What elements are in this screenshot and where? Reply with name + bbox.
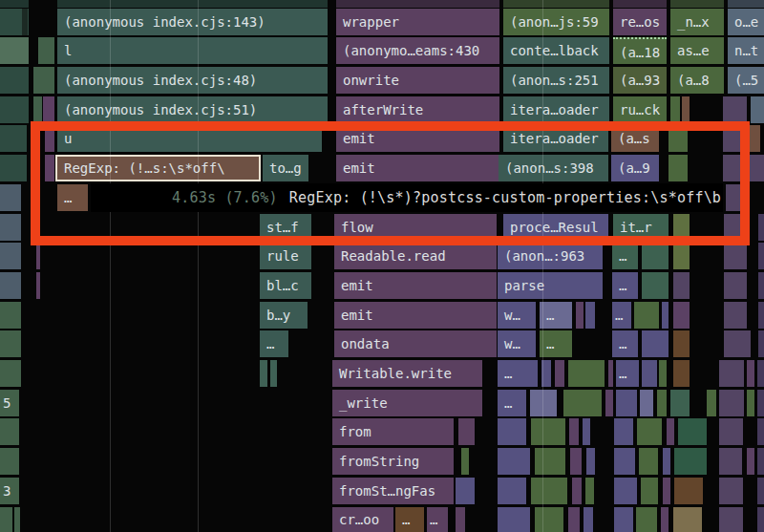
frame-strip[interactable]	[605, 390, 613, 416]
frame-block-selected[interactable]: RegExp: (!…s:\s*off\	[55, 155, 261, 181]
frame-strip[interactable]	[14, 507, 20, 532]
frame-block[interactable]: itera…oader	[503, 96, 609, 123]
frame-strip[interactable]	[670, 390, 690, 416]
frame-strip[interactable]	[673, 243, 690, 269]
frame-block[interactable]: parse	[498, 272, 603, 299]
frame-strip[interactable]	[616, 390, 637, 416]
frame-block[interactable]: …	[395, 507, 424, 532]
frame-strip[interactable]	[498, 478, 526, 504]
frame-strip[interactable]	[568, 507, 580, 532]
frame-strip[interactable]	[749, 155, 764, 181]
frame-strip[interactable]	[614, 478, 637, 504]
frame-strip[interactable]	[0, 243, 21, 269]
frame-block[interactable]: cr…oo	[332, 507, 393, 532]
frame-strip[interactable]	[36, 272, 40, 299]
frame-block[interactable]: …	[612, 302, 631, 329]
frame-block[interactable]: (a…93	[613, 67, 667, 94]
frame-strip[interactable]	[719, 418, 743, 445]
frame-block[interactable]: …	[616, 360, 639, 387]
frame-strip[interactable]	[585, 302, 595, 329]
frame-strip[interactable]	[0, 214, 21, 241]
frame-block[interactable]: u	[57, 125, 322, 152]
frame-strip[interactable]	[659, 360, 667, 387]
frame-strip[interactable]	[569, 418, 579, 445]
frame-strip[interactable]	[670, 0, 724, 8]
frame-strip[interactable]	[456, 478, 475, 504]
frame-strip[interactable]	[570, 448, 582, 475]
frame-block[interactable]: …	[540, 330, 572, 357]
frame-strip[interactable]	[572, 478, 582, 504]
frame-strip[interactable]	[751, 96, 764, 123]
frame-strip[interactable]	[719, 390, 744, 416]
frame-strip[interactable]	[458, 418, 475, 445]
frame-strip[interactable]	[0, 96, 29, 123]
frame-strip[interactable]	[586, 448, 595, 475]
frame-block[interactable]: it…r	[613, 214, 668, 241]
frame-strip[interactable]	[673, 302, 690, 329]
frame-block[interactable]: (…5	[728, 67, 764, 94]
frame-block[interactable]: …	[612, 243, 638, 269]
frame-strip[interactable]	[747, 360, 754, 387]
frame-strip[interactable]	[43, 96, 54, 123]
frame-strip[interactable]	[758, 243, 764, 269]
frame-block[interactable]: w…	[498, 302, 536, 329]
frame-strip[interactable]	[584, 507, 593, 532]
frame-strip[interactable]	[0, 448, 19, 475]
frame-block[interactable]: proce…Resul	[503, 214, 608, 241]
frame-strip[interactable]	[719, 478, 743, 504]
frame-strip[interactable]	[757, 478, 764, 504]
frame-block[interactable]: …	[260, 330, 288, 357]
frame-block[interactable]: emit	[336, 155, 499, 181]
frame-block[interactable]: 5	[0, 390, 19, 416]
frame-block[interactable]: (anonymous index.cjs:143)	[57, 9, 328, 35]
frame-block[interactable]: to…g	[263, 155, 308, 181]
frame-strip[interactable]	[0, 418, 19, 445]
frame-block[interactable]: …	[540, 302, 572, 329]
frame-strip[interactable]	[36, 243, 40, 269]
frame-strip[interactable]	[757, 390, 764, 416]
frame-strip[interactable]	[747, 448, 754, 475]
frame-strip[interactable]	[719, 360, 744, 387]
frame-strip[interactable]	[531, 478, 567, 504]
frame-block[interactable]: o…e	[728, 9, 764, 35]
frame-strip[interactable]	[642, 243, 668, 269]
frame-strip[interactable]	[45, 155, 54, 181]
frame-strip[interactable]	[724, 214, 747, 241]
frame-strip[interactable]	[758, 272, 764, 299]
frame-block[interactable]: Writable.write	[332, 360, 482, 387]
frame-strip[interactable]	[57, 0, 328, 8]
frame-strip[interactable]	[583, 418, 590, 445]
frame-strip[interactable]	[568, 360, 605, 387]
frame-strip[interactable]	[728, 0, 764, 8]
frame-block[interactable]: onwrite	[336, 67, 499, 94]
frame-block[interactable]: fromString	[332, 448, 454, 475]
frame-block[interactable]: emit	[336, 125, 499, 152]
frame-strip[interactable]	[707, 390, 716, 416]
frame-strip[interactable]	[456, 507, 465, 532]
frame-block[interactable]: conte…lback	[503, 37, 609, 64]
frame-strip[interactable]	[0, 0, 29, 8]
frame-strip[interactable]	[461, 448, 469, 475]
frame-strip[interactable]	[22, 9, 28, 35]
frame-strip[interactable]	[0, 507, 12, 532]
frame-strip[interactable]	[724, 330, 751, 357]
frame-strip[interactable]	[33, 96, 42, 123]
frame-strip[interactable]	[749, 125, 760, 152]
frame-block[interactable]: l	[57, 37, 328, 64]
frame-block[interactable]: …	[612, 272, 638, 299]
frame-strip[interactable]	[719, 448, 742, 475]
frame-strip[interactable]	[757, 448, 764, 475]
frame-strip[interactable]	[678, 418, 707, 445]
frame-block[interactable]: _n…x	[670, 9, 724, 35]
frame-block[interactable]: (a…18	[613, 37, 667, 64]
frame-block[interactable]: …	[427, 507, 448, 532]
frame-strip[interactable]	[724, 272, 747, 299]
frame-strip[interactable]	[0, 37, 29, 64]
frame-block[interactable]: 3	[0, 478, 19, 504]
frame-block[interactable]: emit	[334, 302, 497, 329]
frame-block[interactable]: re…os	[613, 9, 667, 35]
frame-strip[interactable]	[663, 478, 670, 504]
frame-strip[interactable]	[758, 302, 764, 329]
frame-strip[interactable]	[270, 360, 277, 387]
frame-strip[interactable]	[636, 507, 657, 532]
